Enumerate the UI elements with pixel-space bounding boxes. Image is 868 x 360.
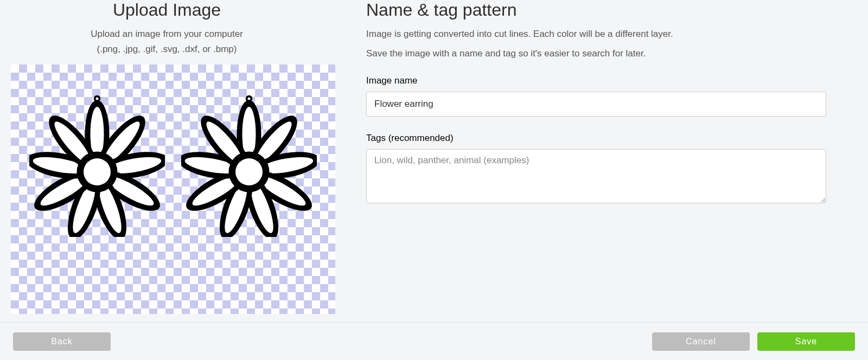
upload-title: Upload Image (11, 0, 323, 20)
back-button[interactable]: Back (13, 332, 111, 351)
image-name-label: Image name (366, 75, 835, 86)
upload-panel: Upload Image Upload an image from your c… (11, 0, 344, 322)
svg-point-43 (235, 158, 263, 185)
name-tag-panel: Name & tag pattern Image is getting conv… (344, 0, 857, 322)
tags-group: Tags (recommended) (366, 133, 835, 205)
svg-point-21 (84, 158, 111, 185)
footer-bar: Back Cancel Save (0, 322, 868, 360)
tags-label: Tags (recommended) (366, 133, 835, 144)
save-desc: Save the image with a name and tag so it… (366, 48, 835, 59)
svg-point-23 (248, 98, 251, 100)
save-button[interactable]: Save (757, 332, 855, 351)
svg-point-1 (96, 98, 99, 100)
cancel-button[interactable]: Cancel (652, 332, 750, 351)
upload-formats: (.png, .jpg, .gif, .svg, .dxf, or .bmp) (11, 44, 323, 55)
image-preview (11, 65, 335, 314)
main-content: Upload Image Upload an image from your c… (0, 0, 868, 322)
name-tag-title: Name & tag pattern (366, 0, 835, 20)
flower-earring-icon (29, 91, 165, 237)
tags-input[interactable] (366, 149, 826, 203)
upload-subtitle: Upload an image from your computer (11, 29, 323, 40)
image-name-group: Image name (366, 75, 835, 117)
image-name-input[interactable] (366, 92, 826, 117)
convert-desc: Image is getting converted into cut line… (366, 29, 835, 40)
flower-earring-icon (181, 91, 317, 237)
